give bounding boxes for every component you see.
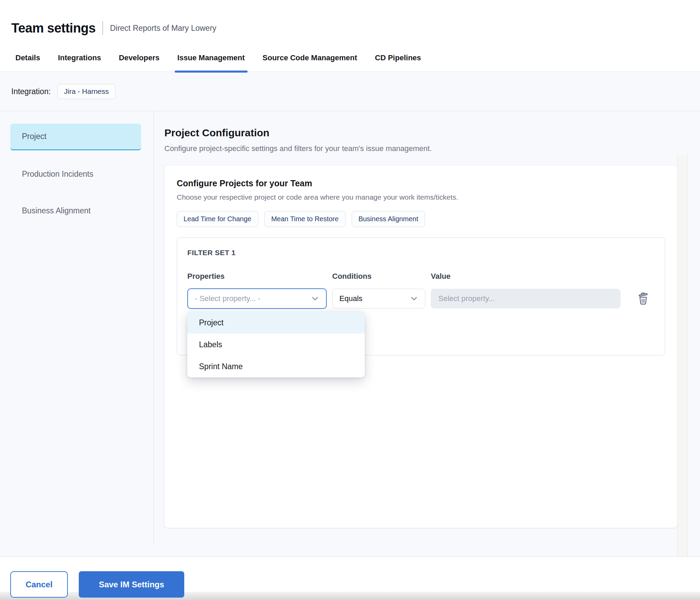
condition-select-value: Equals	[339, 294, 362, 303]
tab-source-code-management[interactable]: Source Code Management	[263, 53, 357, 72]
integration-label: Integration:	[11, 87, 51, 96]
tab-integrations[interactable]: Integrations	[58, 53, 101, 72]
trash-icon	[636, 291, 650, 306]
chip-lead-time-for-change[interactable]: Lead Time for Change	[177, 211, 258, 227]
filter-column-headers: Properties Conditions Value	[187, 272, 654, 281]
cancel-button[interactable]: Cancel	[10, 571, 68, 598]
section-subtitle: Configure project-specific settings and …	[164, 144, 677, 153]
filter-set-title: FILTER SET 1	[187, 249, 654, 257]
sidebar-item-project[interactable]: Project	[10, 124, 141, 150]
section-title: Project Configuration	[164, 127, 677, 139]
sidebar-divider	[153, 111, 154, 545]
page-title: Team settings	[11, 21, 96, 36]
sidebar-item-business-alignment[interactable]: Business Alignment	[10, 198, 141, 224]
tab-issue-management[interactable]: Issue Management	[177, 53, 245, 72]
save-im-settings-button[interactable]: Save IM Settings	[79, 571, 184, 598]
tab-bar: Details Integrations Developers Issue Ma…	[0, 44, 700, 72]
chevron-down-icon	[310, 294, 320, 303]
tab-details[interactable]: Details	[15, 53, 40, 72]
filter-row: - Select property... - Project Labels Sp…	[187, 288, 654, 309]
chip-mean-time-to-restore[interactable]: Mean Time to Restore	[264, 211, 346, 227]
integration-bar: Integration: Jira - Harness	[0, 72, 700, 111]
column-label-properties: Properties	[187, 272, 327, 281]
content-area: Project Production Incidents Business Al…	[0, 111, 700, 557]
property-select[interactable]: - Select property... -	[187, 288, 327, 309]
column-label-conditions: Conditions	[332, 272, 425, 281]
sidebar: Project Production Incidents Business Al…	[0, 111, 153, 557]
integration-chip-jira-harness[interactable]: Jira - Harness	[58, 84, 115, 99]
delete-filter-button[interactable]	[636, 290, 651, 307]
property-select-placeholder: - Select property... -	[195, 294, 261, 303]
filter-set-1: FILTER SET 1 Properties Conditions Value…	[177, 237, 665, 355]
footer-action-bar: Cancel Save IM Settings	[0, 557, 700, 600]
configure-projects-card: Configure Projects for your Team Choose …	[164, 165, 677, 528]
scrollbar-track[interactable]	[677, 155, 688, 557]
card-title: Configure Projects for your Team	[177, 178, 665, 188]
column-label-value: Value	[431, 272, 621, 281]
page-header: Team settings Direct Reports of Mary Low…	[0, 0, 700, 44]
metric-chip-row: Lead Time for Change Mean Time to Restor…	[177, 211, 665, 227]
tab-developers[interactable]: Developers	[119, 53, 160, 72]
main-panel: Project Configuration Configure project-…	[153, 111, 700, 557]
dropdown-option-project[interactable]: Project	[187, 312, 365, 334]
chip-business-alignment[interactable]: Business Alignment	[352, 211, 425, 227]
condition-select[interactable]: Equals	[332, 289, 425, 309]
team-name-subtitle: Direct Reports of Mary Lowery	[110, 24, 216, 33]
title-divider	[102, 21, 103, 35]
tab-cd-pipelines[interactable]: CD Pipelines	[375, 53, 421, 72]
property-select-wrapper: - Select property... - Project Labels Sp…	[187, 288, 327, 309]
chevron-down-icon	[409, 294, 419, 303]
value-input[interactable]	[431, 289, 621, 309]
property-dropdown-menu: Project Labels Sprint Name	[187, 312, 365, 377]
dropdown-option-sprint-name[interactable]: Sprint Name	[187, 355, 365, 377]
dropdown-option-labels[interactable]: Labels	[187, 334, 365, 355]
sidebar-item-production-incidents[interactable]: Production Incidents	[10, 161, 141, 187]
card-subtitle: Choose your respective project or code a…	[177, 193, 665, 201]
